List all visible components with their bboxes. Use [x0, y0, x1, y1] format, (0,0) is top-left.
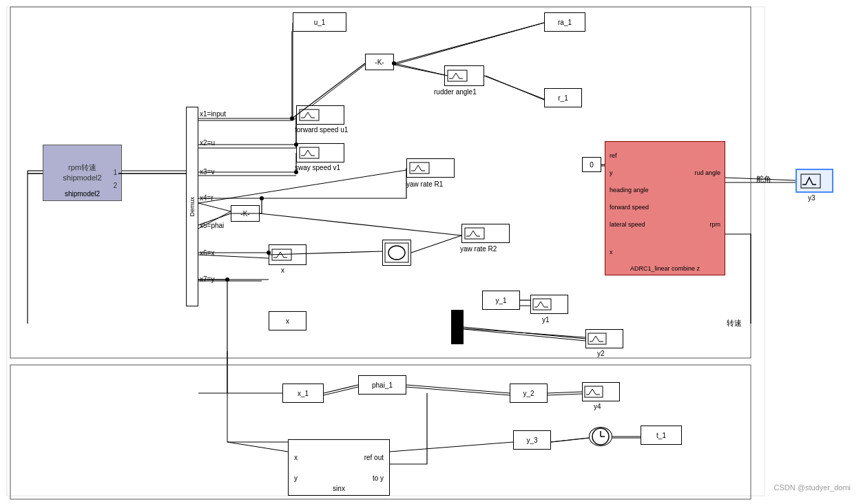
forward-speed-u1-scope[interactable] [296, 105, 344, 125]
adrc-name-label: ADRC1_linear combine z [605, 265, 725, 272]
k-gain2-block[interactable]: -K- [231, 205, 260, 222]
ra1-scope-label: ra_1 [558, 19, 572, 26]
y1-scope-label: y1 [542, 316, 550, 324]
x7-y-label: x7=y [200, 275, 214, 283]
svg-line-23 [551, 438, 589, 442]
u1-scope-block[interactable]: u_1 [293, 12, 346, 32]
y2-scope-block[interactable] [585, 329, 623, 348]
adrc-forward-label: forward speed [610, 204, 649, 211]
forward-speed-u1-label: forward speed u1 [295, 126, 348, 134]
mux-block[interactable] [451, 310, 464, 344]
y3-scope-label: y3 [808, 194, 815, 202]
y2-scope-label: y2 [597, 350, 605, 357]
svg-line-28 [548, 394, 582, 395]
rudder-angle1-scope[interactable] [444, 65, 484, 86]
adrc-ref-label: ref [610, 152, 617, 159]
phai1-block[interactable]: phai_1 [358, 375, 406, 395]
connection-lines [0, 0, 863, 504]
main-wires [0, 0, 863, 504]
x2-u-label: x2=u [200, 139, 215, 147]
diagram-canvas: rpm转速 shipmodel2 1 2 shipmodel2 Demux u_… [0, 0, 863, 504]
y3-block-label: y_3 [526, 437, 537, 444]
phai1-label: phai_1 [372, 381, 393, 389]
svg-line-21 [464, 328, 585, 337]
k-gain1-block[interactable]: -K- [365, 54, 394, 70]
x-lower-label: x [286, 317, 289, 325]
svg-line-12 [394, 65, 448, 76]
svg-line-30 [464, 329, 585, 341]
x-scope-label: x [281, 266, 284, 274]
x-scope-block[interactable] [269, 244, 306, 265]
rpm-output-label: 转速 [727, 318, 742, 328]
adrc-y-label: y [610, 169, 613, 176]
shipmodel2-label: rpm转速 shipmodel2 1 2 [63, 162, 101, 184]
r1-scope-label: r_1 [558, 94, 568, 102]
k-gain1-label: -K- [375, 59, 384, 66]
x4-r-label: x4=r [200, 194, 214, 202]
x-lower-block[interactable]: x [269, 311, 306, 330]
x1-block-label: x_1 [298, 390, 309, 397]
rudder-angle-output-label: 舵角 [756, 174, 771, 185]
adrc-lateral-label: lateral speed [610, 221, 645, 228]
y2-block-label: y_2 [523, 390, 534, 397]
zero-label: 0 [590, 161, 594, 169]
adrc-rud-angle-label: rud angle [694, 169, 720, 176]
adrc-block[interactable]: ref y heading angle forward speed latera… [605, 141, 725, 275]
ra1-scope-block[interactable]: ra_1 [544, 12, 585, 32]
sinx-x-label: x [294, 454, 298, 461]
x1-input-label: x1=input [200, 110, 226, 118]
y4-scope-block[interactable] [582, 382, 620, 401]
adrc-x-label: x [610, 249, 613, 255]
integrator-block[interactable] [382, 240, 411, 266]
y3-scope-block[interactable] [796, 169, 833, 193]
shipmodel2-block[interactable]: rpm转速 shipmodel2 1 2 shipmodel2 [43, 145, 122, 201]
sinx-block[interactable]: x y ref out to y sinx [288, 439, 390, 496]
y3-block[interactable]: y_3 [513, 430, 551, 450]
zero-constant-block[interactable]: 0 [582, 157, 601, 172]
y1-block-label: y_1 [495, 297, 506, 304]
y2-block[interactable]: y_2 [510, 384, 548, 403]
svg-line-10 [198, 170, 406, 203]
demux-label: Demux [189, 197, 196, 217]
x6-x-label: x6=x [200, 249, 214, 257]
rudder-angle1-label: rudder angle1 [434, 88, 477, 96]
svg-line-14 [394, 23, 544, 65]
sinx-y-label: y [294, 474, 298, 482]
svg-line-13 [486, 76, 544, 100]
k-gain2-label: -K- [240, 210, 249, 218]
yaw-rate-r2-scope[interactable] [461, 224, 510, 243]
sinx-name-label: sinx [289, 485, 389, 492]
sway-speed-v1-scope[interactable] [296, 143, 344, 162]
svg-point-52 [260, 196, 264, 200]
shipmodel2-name-label: shipmodel2 [43, 190, 121, 198]
clock-block[interactable] [589, 427, 612, 446]
yaw-rate-r1-scope[interactable] [406, 158, 455, 178]
svg-point-48 [290, 116, 294, 120]
svg-line-26 [324, 387, 358, 395]
sway-speed-v1-label: sway speed v1 [295, 164, 340, 171]
y1-block[interactable]: y_1 [482, 291, 520, 310]
x5-phai-label: x5=phai [200, 222, 224, 229]
t1-label: t_1 [656, 432, 666, 439]
sinx-to-y-label: to y [373, 474, 384, 482]
yaw-rate-r2-label: yaw rate R2 [460, 245, 497, 253]
x3-v-label: x3=v [200, 168, 214, 176]
y1-scope-block[interactable] [530, 295, 568, 314]
u1-scope-label: u_1 [314, 19, 326, 26]
demux-block[interactable]: Demux [186, 107, 198, 306]
svg-line-11 [198, 203, 231, 211]
yaw-rate-r1-label: yaw rate R1 [406, 180, 443, 188]
t1-block[interactable]: t_1 [641, 426, 682, 445]
svg-point-54 [225, 277, 229, 282]
watermark: CSDN @studyer_domi [774, 483, 851, 492]
y4-scope-label: y4 [594, 403, 601, 410]
adrc-heading-label: heading angle [610, 187, 649, 193]
x1-block[interactable]: x_1 [282, 384, 324, 403]
r1-scope-block[interactable]: r_1 [544, 88, 582, 107]
svg-point-38 [388, 246, 405, 260]
svg-line-27 [406, 387, 510, 395]
adrc-rpm-label: rpm [710, 221, 721, 228]
sinx-ref-out-label: ref out [364, 454, 384, 461]
